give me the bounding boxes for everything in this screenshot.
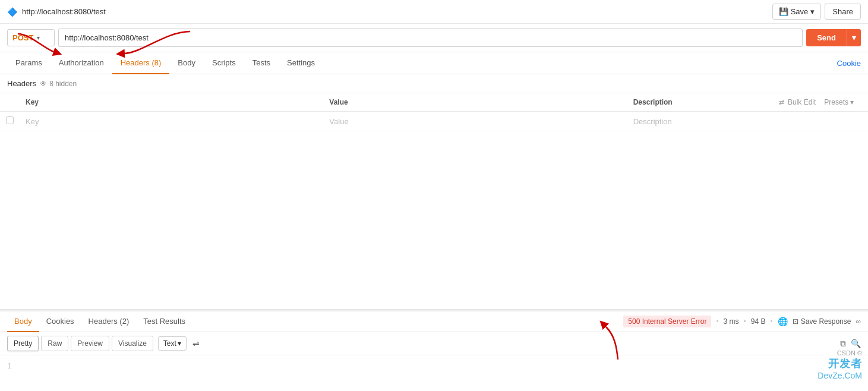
- tabs-left: Params Authorization Headers (8) Body Sc…: [7, 52, 323, 74]
- headers-section-header: Headers 👁 8 hidden: [0, 74, 868, 93]
- tab-headers[interactable]: Headers (8): [112, 52, 170, 74]
- tab-authorization[interactable]: Authorization: [50, 52, 112, 74]
- format-tab-pretty[interactable]: Pretty: [7, 336, 39, 351]
- globe-icon: 🌐: [778, 317, 788, 326]
- col-actions-header: ⇄ Bulk Edit Presets ▾: [773, 93, 868, 112]
- table-row: Key Value Description: [0, 112, 868, 131]
- bulk-edit-icon: ⇄: [779, 99, 784, 106]
- response-body-toolbar: Pretty Raw Preview Visualize Text ▾: [0, 332, 868, 355]
- top-bar-actions: 💾 Save ▾ Share: [772, 4, 861, 20]
- response-tab-test-results[interactable]: Test Results: [136, 311, 192, 332]
- col-checkbox-header: [0, 93, 20, 112]
- wrap-icon[interactable]: ⇌: [190, 336, 202, 351]
- line-number: 1: [7, 361, 11, 370]
- app-icon: 🔷: [7, 7, 17, 17]
- hidden-count: 8 hidden: [49, 80, 77, 88]
- tab-body[interactable]: Body: [169, 52, 204, 74]
- headers-table: Key Value Description ⇄ Bulk Edit Pres: [0, 93, 868, 131]
- save-chevron-icon: ▾: [810, 7, 815, 16]
- eye-icon: 👁: [40, 80, 47, 88]
- url-input[interactable]: [58, 29, 803, 47]
- col-key-header: Key: [20, 93, 323, 112]
- col-desc-header: Description: [627, 93, 773, 112]
- headers-title: Headers: [7, 79, 36, 88]
- request-bar: POST ▾ Send ▾: [0, 24, 868, 52]
- text-type-label: Text: [163, 339, 176, 348]
- send-chevron-icon: ▾: [847, 29, 861, 46]
- bulk-edit-label[interactable]: Bulk Edit: [788, 98, 816, 106]
- row-actions: [773, 112, 868, 131]
- response-size: 94 B: [751, 317, 766, 326]
- headers-label: Headers 👁 8 hidden: [7, 79, 861, 88]
- save-response-icon: ⊡: [793, 317, 798, 326]
- tab-scripts[interactable]: Scripts: [204, 52, 244, 74]
- row-value[interactable]: Value: [323, 112, 627, 131]
- bulk-edit-section: ⇄ Bulk Edit Presets ▾: [779, 98, 862, 106]
- method-arrow-annotation: [12, 31, 65, 55]
- tab-settings[interactable]: Settings: [279, 52, 323, 74]
- row-checkbox-input[interactable]: [6, 116, 14, 124]
- presets-label[interactable]: Presets ▾: [824, 98, 854, 106]
- format-tabs: Pretty Raw Preview Visualize: [7, 336, 154, 351]
- save-label: Save: [791, 7, 809, 16]
- format-tab-visualize[interactable]: Visualize: [112, 336, 153, 351]
- response-tabs-left: Body Cookies Headers (2) Test Results: [7, 311, 192, 332]
- row-key[interactable]: Key: [20, 112, 323, 131]
- top-bar-left: 🔷 http://localhost:8080/test: [7, 7, 106, 17]
- copy-icon[interactable]: ⧉: [840, 339, 846, 349]
- col-value-header: Value: [323, 93, 627, 112]
- cookie-link[interactable]: Cookie: [837, 53, 861, 74]
- response-body-content: 1: [0, 355, 868, 391]
- save-response-button[interactable]: ⊡ Save Response: [793, 317, 851, 326]
- format-tab-raw[interactable]: Raw: [41, 336, 68, 351]
- response-section: Body Cookies Headers (2) Test Results 50…: [0, 311, 868, 391]
- response-tab-body[interactable]: Body: [7, 311, 39, 332]
- format-tab-preview[interactable]: Preview: [71, 336, 109, 351]
- response-time: 3 ms: [724, 317, 739, 326]
- status-arrow-annotation: [594, 321, 642, 362]
- row-description[interactable]: Description: [627, 112, 773, 131]
- response-tab-headers[interactable]: Headers (2): [81, 311, 137, 332]
- save-icon: 💾: [779, 7, 788, 16]
- headers-table-area: Key Value Description ⇄ Bulk Edit Pres: [0, 93, 868, 309]
- text-type-chevron: ▾: [178, 339, 181, 348]
- response-tab-cookies[interactable]: Cookies: [39, 311, 81, 332]
- more-options-icon[interactable]: ∞: [856, 317, 861, 326]
- save-button[interactable]: 💾 Save ▾: [772, 4, 822, 20]
- send-button[interactable]: Send ▾: [806, 29, 861, 46]
- search-icon[interactable]: 🔍: [851, 339, 861, 348]
- share-label: Share: [832, 7, 853, 16]
- share-button[interactable]: Share: [825, 4, 861, 20]
- hidden-badge: 👁 8 hidden: [40, 80, 77, 88]
- top-bar: 🔷 http://localhost:8080/test 💾 Save ▾ Sh…: [0, 0, 868, 24]
- tab-params[interactable]: Params: [7, 52, 50, 74]
- request-tabs: Params Authorization Headers (8) Body Sc…: [0, 52, 868, 74]
- top-bar-title: http://localhost:8080/test: [22, 7, 106, 16]
- response-meta: 500 Internal Server Error • 3 ms • 94 B …: [623, 316, 861, 327]
- text-type-selector[interactable]: Text ▾: [158, 336, 187, 351]
- response-actions: ⧉ 🔍: [840, 339, 861, 349]
- tab-tests[interactable]: Tests: [244, 52, 279, 74]
- response-tabs-bar: Body Cookies Headers (2) Test Results 50…: [0, 311, 868, 332]
- send-label: Send: [806, 29, 847, 46]
- row-checkbox[interactable]: [0, 112, 20, 131]
